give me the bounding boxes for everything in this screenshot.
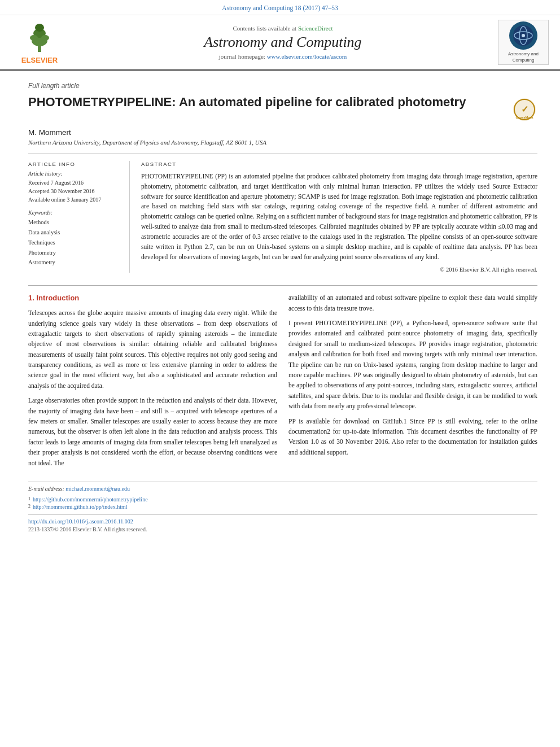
history-section: Article history: Received 7 August 2016 … (28, 171, 121, 204)
abstract-heading: ABSTRACT (141, 161, 537, 167)
intro-two-col: 1. Introduction Telescopes across the gl… (28, 292, 537, 473)
contents-label: Contents lists available at (233, 25, 296, 32)
section-title-text: Introduction (36, 294, 79, 302)
journal-header: ELSEVIER Contents lists available at Sci… (0, 15, 560, 71)
intro-para-3: availability of an automated and robust … (288, 292, 537, 313)
doi-link[interactable]: http://dx.doi.org/10.1016/j.ascom.2016.1… (28, 518, 537, 525)
homepage-label: journal homepage: (219, 53, 265, 60)
author-name: M. Mommert (28, 128, 537, 137)
elsevier-logo-area: ELSEVIER (6, 21, 73, 64)
article-title-block: PHOTOMETRYPIPELINE: An automated pipelin… (28, 94, 537, 123)
svg-rect-0 (38, 46, 41, 52)
article-info-heading: ARTICLE INFO (28, 161, 121, 167)
footer-bar: http://dx.doi.org/10.1016/j.ascom.2016.1… (28, 514, 537, 534)
sciencedirect-link[interactable]: ScienceDirect (298, 25, 333, 32)
article-content: Full length article PHOTOMETRYPIPELINE: … (0, 71, 560, 545)
homepage-line: journal homepage: www.elsevier.com/locat… (85, 53, 481, 60)
elsevier-text: ELSEVIER (21, 56, 58, 64)
intro-col-right: availability of an automated and robust … (288, 292, 537, 473)
journal-logo-right: Astronomy andComputing (492, 20, 554, 65)
history-label: Article history: (28, 171, 121, 177)
available-date: Available online 3 January 2017 (28, 195, 121, 204)
keyword-data-analysis: Data analysis (28, 228, 121, 238)
contents-line: Contents lists available at ScienceDirec… (85, 25, 481, 32)
keyword-photometry: Photometry (28, 248, 121, 258)
svg-text:CrossMark: CrossMark (515, 116, 533, 119)
keywords-section: Keywords: Methods Data analysis Techniqu… (28, 209, 121, 268)
fn1-num: 1 (28, 496, 30, 503)
keyword-methods: Methods (28, 217, 121, 228)
section-title: 1. Introduction (28, 292, 277, 304)
journal-logo-circle (509, 21, 537, 50)
homepage-url[interactable]: www.elsevier.com/locate/ascom (267, 53, 347, 60)
journal-ref-link[interactable]: Astronomy and Computing 18 (2017) 47–53 (222, 5, 338, 11)
svg-point-4 (30, 35, 38, 41)
fn-ref-2: 2 http://mommermi.github.io/pp/index.htm… (28, 504, 537, 510)
accepted-date: Accepted 30 November 2016 (28, 187, 121, 195)
journal-logo-box: Astronomy andComputing (498, 20, 549, 65)
journal-title: Astronomy and Computing (85, 34, 481, 51)
fn-ref-1: 1 https://github.com/mommermi/photometry… (28, 496, 537, 503)
abstract-text: PHOTOMETRYPIPELINE (PP) is an automated … (141, 172, 537, 262)
elsevier-tree-icon (23, 21, 56, 55)
svg-text:✓: ✓ (521, 104, 528, 114)
intro-para-5: PP is available for download on GitHub.1… (288, 416, 537, 458)
abstract-col: ABSTRACT PHOTOMETRYPIPELINE (PP) is an a… (141, 161, 537, 273)
email-label: E-mail address: (28, 486, 64, 492)
journal-circle-icon (512, 24, 535, 47)
journal-center: Contents lists available at ScienceDirec… (73, 25, 492, 60)
footnotes: E-mail address: michael.mommert@nau.edu … (28, 482, 537, 510)
svg-point-3 (35, 24, 44, 32)
keyword-techniques: Techniques (28, 238, 121, 248)
received-date: Received 7 August 2016 (28, 178, 121, 187)
article-type: Full length article (28, 82, 537, 90)
footer-copyright: 2213-1337/© 2016 Elsevier B.V. All right… (28, 526, 147, 532)
journal-logo-text: Astronomy andComputing (508, 51, 539, 63)
article-info-col: ARTICLE INFO Article history: Received 7… (28, 161, 130, 273)
top-bar: Astronomy and Computing 18 (2017) 47–53 (0, 0, 560, 15)
affiliation: Northern Arizona University, Department … (28, 139, 537, 146)
intro-para-4: I present PHOTOMETRYPIPELINE (PP), a Pyt… (288, 318, 537, 412)
article-title-text: PHOTOMETRYPIPELINE: An automated pipelin… (28, 94, 512, 111)
intro-section: 1. Introduction Telescopes across the gl… (28, 285, 537, 473)
section-num: 1. (28, 294, 34, 302)
fn-refs: 1 https://github.com/mommermi/photometry… (28, 496, 537, 510)
fn2-num: 2 (28, 504, 30, 510)
keyword-astrometry: Astrometry (28, 257, 121, 268)
fn2-url[interactable]: http://mommermi.github.io/pp/index.html (33, 504, 128, 510)
article-info-abstract: ARTICLE INFO Article history: Received 7… (28, 154, 537, 273)
intro-para-1: Telescopes across the globe acquire mass… (28, 308, 277, 391)
elsevier-logo: ELSEVIER (21, 21, 58, 64)
intro-col-left: 1. Introduction Telescopes across the gl… (28, 292, 277, 473)
footnote-email: E-mail address: michael.mommert@nau.edu (28, 486, 537, 492)
fn1-url[interactable]: https://github.com/mommermi/photometrypi… (33, 496, 148, 503)
svg-point-9 (522, 34, 525, 37)
intro-para-2: Large observatories often provide suppor… (28, 395, 277, 468)
svg-point-5 (41, 35, 49, 41)
email-link[interactable]: michael.mommert@nau.edu (65, 486, 130, 492)
crossmark-icon: ✓ CrossMark (512, 97, 537, 123)
keywords-heading: Keywords: (28, 209, 121, 216)
copyright: © 2016 Elsevier B.V. All rights reserved… (141, 267, 537, 273)
